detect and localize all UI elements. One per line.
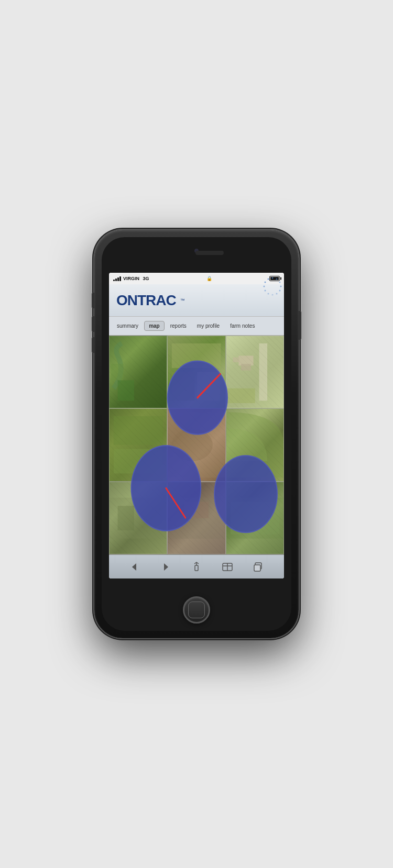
map-cell-2-2: [226, 482, 284, 554]
svg-marker-40: [164, 563, 168, 571]
svg-marker-39: [132, 563, 136, 571]
svg-point-6: [272, 294, 274, 296]
share-button[interactable]: [188, 558, 205, 576]
speaker: [195, 251, 224, 255]
svg-rect-17: [198, 372, 221, 401]
svg-rect-20: [241, 364, 251, 370]
svg-point-7: [268, 293, 269, 295]
carrier-label: VIRGIN: [123, 276, 139, 281]
signal-area: VIRGIN 3G: [113, 276, 149, 281]
svg-point-8: [265, 290, 266, 292]
svg-rect-29: [118, 506, 134, 530]
map-area[interactable]: [109, 336, 284, 554]
phone-device: VIRGIN 3G 🔒 ON: [94, 230, 299, 638]
nav-tabs: summary map reports my profile farm note…: [109, 317, 284, 336]
lock-icon: 🔒: [206, 276, 212, 281]
phone-inner: VIRGIN 3G 🔒 ON: [102, 237, 291, 631]
svg-point-2: [279, 282, 281, 283]
tab-map[interactable]: map: [144, 321, 165, 331]
back-button[interactable]: [126, 558, 144, 576]
bottom-toolbar: [109, 554, 284, 578]
tab-reports[interactable]: reports: [166, 321, 191, 331]
svg-rect-30: [168, 497, 225, 538]
svg-rect-23: [110, 413, 167, 478]
svg-rect-19: [238, 355, 253, 365]
svg-point-3: [280, 286, 282, 287]
svg-rect-26: [168, 413, 225, 478]
bookmarks-button[interactable]: [219, 558, 236, 576]
tab-summary[interactable]: summary: [112, 321, 143, 331]
map-cell-1-1: [167, 408, 225, 481]
forward-button[interactable]: [157, 558, 174, 576]
map-cell-0-1: [167, 336, 225, 408]
app-header: ONTRAC™: [109, 284, 284, 317]
svg-rect-24: [114, 416, 163, 445]
map-cell-2-0: [109, 482, 167, 554]
svg-rect-16: [172, 372, 195, 401]
svg-point-9: [264, 286, 265, 287]
map-cell-0-0: [109, 336, 167, 408]
svg-point-10: [265, 282, 266, 283]
svg-rect-22: [226, 388, 255, 403]
svg-rect-15: [172, 343, 221, 368]
svg-rect-13: [118, 380, 134, 400]
svg-rect-14: [111, 364, 123, 380]
svg-point-0: [272, 277, 274, 279]
map-cell-0-2: [226, 336, 284, 408]
logo-text: ONTRAC: [116, 292, 176, 309]
map-cell-1-2: [226, 408, 284, 481]
map-cell-2-1: [167, 482, 225, 554]
network-label: 3G: [143, 276, 149, 281]
svg-rect-12: [110, 339, 167, 405]
svg-point-4: [279, 290, 281, 292]
svg-rect-25: [114, 449, 163, 474]
svg-point-11: [268, 279, 269, 280]
svg-rect-28: [110, 497, 167, 538]
svg-rect-46: [254, 565, 260, 571]
tabs-button[interactable]: [249, 558, 267, 576]
svg-rect-33: [230, 502, 279, 534]
home-button[interactable]: [183, 596, 210, 624]
map-grid: [109, 336, 284, 554]
home-button-inner: [188, 602, 205, 618]
svg-point-5: [276, 293, 278, 295]
svg-rect-41: [195, 565, 198, 571]
svg-rect-21: [233, 358, 239, 362]
logo-container: ONTRAC™: [116, 292, 185, 309]
logo-dot-decoration: [262, 276, 281, 295]
status-bar: VIRGIN 3G 🔒: [109, 273, 284, 284]
svg-rect-32: [226, 497, 283, 538]
logo-tm: ™: [180, 298, 185, 303]
screen: VIRGIN 3G 🔒 ON: [109, 273, 284, 578]
signal-bars: [113, 276, 121, 281]
svg-rect-31: [184, 502, 209, 518]
svg-point-27: [172, 429, 213, 461]
svg-point-1: [276, 279, 278, 280]
tab-farm-notes[interactable]: farm notes: [225, 321, 259, 331]
tab-my-profile[interactable]: my profile: [192, 321, 224, 331]
map-cell-1-0: [109, 408, 167, 481]
svg-rect-18: [259, 343, 267, 400]
